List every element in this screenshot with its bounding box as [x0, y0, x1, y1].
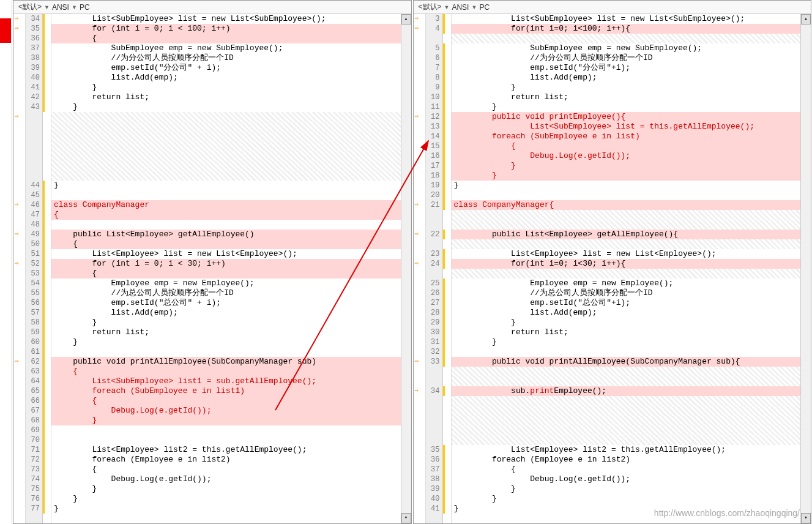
code-line[interactable]: List<SubEmployee> list = new List<SubEmp…	[51, 14, 401, 24]
code-line[interactable]	[452, 210, 801, 220]
code-line[interactable]: {	[51, 239, 401, 249]
code-line[interactable]: Employee emp = new Employee();	[452, 279, 801, 288]
code-line[interactable]: List<SubEmployee> list = new List<SubEmp…	[452, 14, 801, 24]
code-line[interactable]: List<Employee> list2 = this.getAllEmploy…	[51, 445, 401, 455]
code-line[interactable]	[51, 347, 401, 357]
code-line[interactable]: for (int i = 0; i < 30; i++)	[51, 259, 401, 269]
code-line[interactable]: emp.setId("总公司" + i);	[51, 298, 401, 308]
code-line[interactable]: Debug.Log(e.getId());	[452, 151, 801, 161]
code-line[interactable]	[452, 367, 801, 376]
code-line[interactable]: }	[452, 171, 801, 181]
code-line[interactable]: {	[51, 34, 401, 43]
left-code[interactable]: List<SubEmployee> list = new List<SubEmp…	[51, 14, 401, 523]
code-line[interactable]: foreach (Employee e in list2)	[452, 455, 801, 465]
dropdown-arrow-icon[interactable]: ▼	[44, 4, 50, 10]
code-line[interactable]: emp.setId("总公司"+i);	[452, 298, 801, 308]
code-line[interactable]	[452, 347, 801, 357]
code-line[interactable]: public void printAllEmployee(SubCompanyM…	[452, 357, 801, 367]
scroll-up-icon[interactable]: ▴	[801, 14, 811, 24]
code-line[interactable]	[452, 435, 801, 445]
code-line[interactable]: list.Add(emp);	[51, 73, 401, 83]
code-line[interactable]: }	[51, 83, 401, 92]
code-line[interactable]	[51, 132, 401, 141]
code-line[interactable]: }	[452, 181, 801, 190]
code-line[interactable]	[51, 141, 401, 151]
code-line[interactable]	[452, 190, 801, 200]
code-line[interactable]: foreach (Employee e in list2)	[51, 455, 401, 465]
right-code-area[interactable]: ⇨⇨⇨⇨⇨⇨⇨⇨ 3456789101112131415161718192021…	[414, 14, 811, 523]
code-line[interactable]: //为总公司人员按顺序分配一个ID	[452, 288, 801, 298]
code-line[interactable]: sub.printEmployee();	[452, 386, 801, 396]
code-line[interactable]: list.Add(emp);	[51, 308, 401, 318]
code-line[interactable]: list.Add(emp);	[452, 308, 801, 318]
code-line[interactable]	[452, 269, 801, 279]
dropdown-arrow-icon[interactable]: ▼	[72, 4, 77, 10]
code-line[interactable]: }	[452, 484, 801, 494]
code-line[interactable]: }	[51, 416, 401, 425]
code-line[interactable]: List<Employee> list = new List<Employee>…	[51, 249, 401, 259]
code-line[interactable]: {	[452, 141, 801, 151]
code-line[interactable]: {	[51, 210, 401, 220]
code-line[interactable]: }	[452, 83, 801, 92]
code-line[interactable]: emp.setId("分公司" + i);	[51, 63, 401, 73]
code-line[interactable]: return list;	[452, 92, 801, 102]
code-line[interactable]: list.Add(emp);	[452, 73, 801, 83]
line-ending-pc[interactable]: PC	[479, 3, 490, 12]
code-line[interactable]: Employee emp = new Employee();	[51, 279, 401, 288]
dropdown-arrow-icon[interactable]: ▼	[471, 4, 477, 10]
code-line[interactable]	[452, 220, 801, 230]
code-line[interactable]: foreach (SubEmployee e in list1)	[51, 386, 401, 396]
code-line[interactable]	[51, 190, 401, 200]
code-line[interactable]: public List<Employee> getAllEmployee(){	[452, 230, 801, 239]
code-line[interactable]: }	[51, 337, 401, 347]
code-line[interactable]	[452, 34, 801, 43]
code-line[interactable]: {	[51, 396, 401, 406]
code-line[interactable]: foreach (SubEmployee e in list)	[452, 132, 801, 141]
code-line[interactable]	[452, 239, 801, 249]
code-line[interactable]	[51, 435, 401, 445]
code-line[interactable]: SubEmployee emp = new SubEmployee();	[51, 43, 401, 53]
code-line[interactable]: Debug.Log(e.getId());	[51, 474, 401, 484]
code-line[interactable]: for(int i=0; i<100; i++){	[452, 24, 801, 34]
scroll-up-icon[interactable]: ▴	[401, 14, 411, 24]
code-line[interactable]	[51, 171, 401, 181]
code-line[interactable]	[51, 220, 401, 230]
code-line[interactable]: //为总公司人员按顺序分配一个ID	[51, 288, 401, 298]
right-code[interactable]: List<SubEmployee> list = new List<SubEmp…	[452, 14, 801, 523]
code-line[interactable]: {	[51, 465, 401, 474]
code-line[interactable]: }	[51, 504, 401, 514]
code-line[interactable]: SubEmployee emp = new SubEmployee();	[452, 43, 801, 53]
code-line[interactable]: {	[452, 465, 801, 474]
code-line[interactable]: }	[51, 494, 401, 504]
code-line[interactable]	[51, 151, 401, 161]
code-line[interactable]: public void printEmployee(){	[452, 112, 801, 122]
code-line[interactable]: List<SubEmployee> list = this.getAllEmpl…	[452, 122, 801, 132]
left-scrollbar[interactable]: ▴ ▾	[401, 14, 411, 523]
code-line[interactable]: return list;	[51, 92, 401, 102]
encoding-default[interactable]: <默认>	[419, 2, 442, 12]
encoding-ansi[interactable]: ANSI	[452, 3, 469, 12]
code-line[interactable]: class CompanyManager	[51, 200, 401, 210]
code-line[interactable]: {	[51, 269, 401, 279]
code-line[interactable]: }	[452, 102, 801, 112]
dropdown-arrow-icon[interactable]: ▼	[444, 4, 450, 10]
code-line[interactable]: for(int i=0; i<30; i++){	[452, 259, 801, 269]
encoding-ansi[interactable]: ANSI	[52, 3, 69, 12]
scroll-down-icon[interactable]: ▾	[801, 513, 811, 523]
line-ending-pc[interactable]: PC	[80, 3, 90, 12]
code-line[interactable]: //为分公司人员按顺序分配一个ID	[51, 53, 401, 63]
code-line[interactable]: return list;	[452, 328, 801, 337]
code-line[interactable]: }	[51, 181, 401, 190]
code-line[interactable]: {	[51, 367, 401, 376]
right-scrollbar[interactable]: ▴ ▾	[800, 14, 811, 523]
code-line[interactable]	[452, 416, 801, 425]
code-line[interactable]: return list;	[51, 328, 401, 337]
code-line[interactable]: class CompanyManager{	[452, 200, 801, 210]
encoding-default[interactable]: <默认>	[18, 2, 42, 12]
code-line[interactable]	[51, 425, 401, 435]
scroll-down-icon[interactable]: ▾	[401, 513, 411, 523]
code-line[interactable]: }	[452, 318, 801, 328]
left-code-area[interactable]: ⇨⇨⇨⇨⇨⇨⇨ 34353637383940414243444546474849…	[13, 14, 411, 523]
code-line[interactable]: public void printAllEmployee(SubCompanyM…	[51, 357, 401, 367]
code-line[interactable]: }	[51, 318, 401, 328]
